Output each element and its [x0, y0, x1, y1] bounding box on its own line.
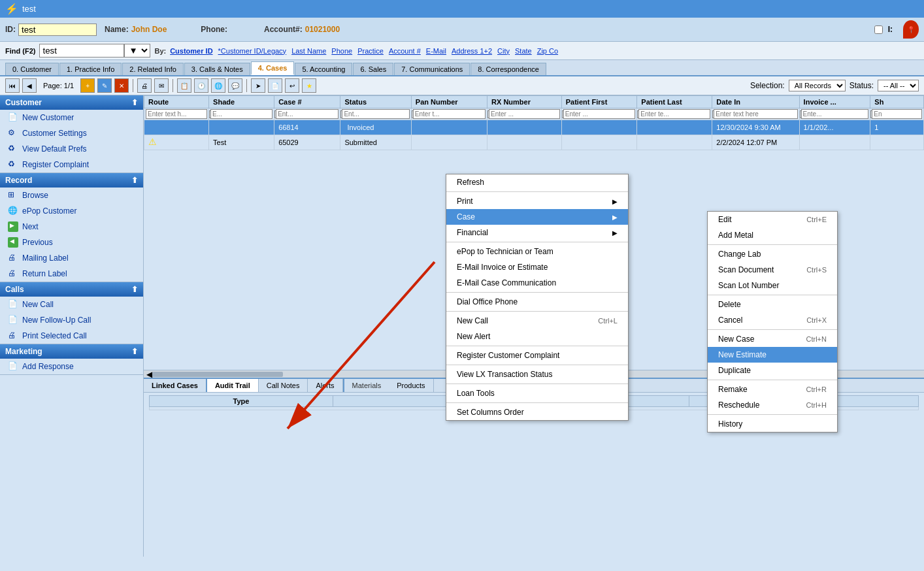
- table-row[interactable]: ⚠ Test 65029 Submitted 2/2/2024 12:07 PM: [144, 135, 924, 150]
- arrow-btn[interactable]: ➤: [251, 78, 265, 93]
- menu-item-epop[interactable]: ePop to Technician or Team: [446, 244, 628, 259]
- submenu-item-cancel[interactable]: Cancel Ctrl+X: [708, 312, 837, 328]
- bottom-tab-alerts[interactable]: Alerts: [308, 379, 342, 392]
- map-icon[interactable]: 📍: [903, 20, 919, 39]
- tab-communications[interactable]: 7. Communications: [394, 63, 470, 75]
- doc-btn[interactable]: 📄: [268, 78, 282, 93]
- submenu-item-remake[interactable]: Remake Ctrl+R: [708, 382, 837, 397]
- filter-patient-first-input[interactable]: [563, 109, 636, 119]
- globe-btn[interactable]: 🌐: [211, 78, 225, 93]
- by-zip[interactable]: Zip Co: [537, 47, 558, 55]
- toolbar-btn2[interactable]: ✎: [97, 78, 112, 93]
- filter-invoice-input[interactable]: [801, 109, 869, 119]
- sidebar-item-new-customer[interactable]: 📄 New Customer: [0, 110, 143, 125]
- bottom-tab-products[interactable]: Products: [389, 379, 433, 392]
- email-btn[interactable]: ✉: [154, 78, 169, 93]
- bottom-tab-callnotes[interactable]: Call Notes: [259, 379, 308, 392]
- toolbar-btn1[interactable]: +: [80, 78, 95, 93]
- filter-patient-last-input[interactable]: [638, 109, 710, 119]
- star-btn[interactable]: ★: [302, 78, 316, 93]
- filter-status-input[interactable]: [342, 109, 409, 119]
- filter-sh-input[interactable]: [872, 109, 922, 119]
- sidebar-item-browse[interactable]: ⊞ Browse: [0, 188, 143, 203]
- tab-related[interactable]: 2. Related Info: [122, 63, 184, 75]
- find-input[interactable]: [39, 44, 124, 57]
- find-dropdown[interactable]: ▼: [124, 44, 150, 57]
- menu-item-set-columns[interactable]: Set Columns Order: [446, 404, 628, 420]
- tab-sales[interactable]: 6. Sales: [353, 63, 393, 75]
- notes-btn[interactable]: 📋: [177, 78, 191, 93]
- menu-item-refresh[interactable]: Refresh: [446, 174, 628, 190]
- submenu-item-delete[interactable]: Delete: [708, 297, 837, 312]
- tab-accounting[interactable]: 5. Accounting: [295, 63, 352, 75]
- filter-shade-input[interactable]: [210, 109, 272, 119]
- submenu-item-new-estimate[interactable]: New Estimate: [708, 347, 837, 363]
- sidebar-item-register-complaint[interactable]: ♻ Register Complaint: [0, 157, 143, 172]
- selection-dropdown[interactable]: All Records: [789, 80, 846, 91]
- submenu-item-duplicate[interactable]: Duplicate: [708, 363, 837, 378]
- tab-customer[interactable]: 0. Customer: [5, 63, 59, 75]
- sidebar-item-next[interactable]: ▶ Next: [0, 219, 143, 235]
- submenu-item-scan-doc[interactable]: Scan Document Ctrl+S: [708, 262, 837, 278]
- sidebar-item-mailing-label[interactable]: 🖨 Mailing Label: [0, 250, 143, 266]
- menu-item-print[interactable]: Print ▶: [446, 193, 628, 209]
- sidebar-item-previous[interactable]: ◀ Previous: [0, 235, 143, 250]
- tab-calls[interactable]: 3. Calls & Notes: [184, 63, 250, 75]
- by-address[interactable]: Address 1+2: [452, 47, 492, 55]
- by-account[interactable]: Account #: [389, 47, 421, 55]
- menu-item-new-call[interactable]: New Call Ctrl+L: [446, 313, 628, 329]
- clock-btn[interactable]: 🕐: [194, 78, 208, 93]
- sidebar-item-followup-call[interactable]: 📄 New Follow-Up Call: [0, 312, 143, 328]
- menu-item-register-complaint[interactable]: Register Customer Complaint: [446, 348, 628, 363]
- tab-correspondence[interactable]: 8. Correspondence: [470, 63, 546, 75]
- sidebar-item-customer-settings[interactable]: ⚙ Customer Settings: [0, 125, 143, 141]
- by-legacy[interactable]: *Customer ID/Legacy: [218, 47, 287, 55]
- toolbar-btn3[interactable]: ✕: [114, 78, 129, 93]
- submenu-item-reschedule[interactable]: Reschedule Ctrl+H: [708, 397, 837, 413]
- by-lastname[interactable]: Last Name: [291, 47, 326, 55]
- sidebar-item-print-call[interactable]: 🖨 Print Selected Call: [0, 328, 143, 344]
- submenu-item-add-metal[interactable]: Add Metal: [708, 227, 837, 243]
- by-phone[interactable]: Phone: [331, 47, 352, 55]
- id-input[interactable]: [18, 24, 97, 36]
- submenu-item-history[interactable]: History: [708, 416, 837, 432]
- submenu-item-new-case[interactable]: New Case Ctrl+N: [708, 331, 837, 347]
- filter-pan-input[interactable]: [413, 109, 486, 119]
- back-btn[interactable]: ↩: [285, 78, 299, 93]
- menu-item-lx-status[interactable]: View LX Transaction Status: [446, 367, 628, 382]
- menu-item-financial[interactable]: Financial ▶: [446, 225, 628, 240]
- menu-item-case[interactable]: Case ▶: [446, 209, 628, 225]
- sidebar-item-epop[interactable]: 🌐 ePop Customer: [0, 203, 143, 219]
- filter-date-input[interactable]: [714, 109, 797, 119]
- sidebar-item-return-label[interactable]: 🖨 Return Label: [0, 266, 143, 282]
- filter-route-input[interactable]: [146, 109, 207, 119]
- header-checkbox[interactable]: [874, 25, 883, 34]
- by-city[interactable]: City: [497, 47, 510, 55]
- submenu-item-scan-lot[interactable]: Scan Lot Number: [708, 278, 837, 293]
- by-email[interactable]: E-Mail: [426, 47, 446, 55]
- submenu-item-edit[interactable]: Edit Ctrl+E: [708, 212, 837, 227]
- first-record-btn[interactable]: ⏮: [5, 78, 20, 93]
- menu-item-email-invoice[interactable]: E-Mail Invoice or Estimate: [446, 259, 628, 275]
- sidebar-item-view-prefs[interactable]: ♻ View Default Prefs: [0, 141, 143, 157]
- prev-record-btn[interactable]: ◀: [22, 78, 37, 93]
- filter-rx-input[interactable]: [489, 109, 560, 119]
- menu-item-new-alert[interactable]: New Alert: [446, 329, 628, 344]
- menu-item-loan-tools[interactable]: Loan Tools: [446, 385, 628, 401]
- by-customer-id[interactable]: Customer ID: [170, 47, 212, 55]
- by-practice[interactable]: Practice: [357, 47, 384, 55]
- tab-cases[interactable]: 4. Cases: [251, 61, 295, 75]
- print-btn[interactable]: 🖨: [137, 78, 152, 93]
- status-dropdown[interactable]: -- All --: [878, 80, 919, 91]
- sidebar-item-add-response[interactable]: 📄 Add Response: [0, 359, 143, 374]
- bottom-tab-audit[interactable]: Audit Trail: [207, 379, 259, 392]
- sidebar-item-new-call[interactable]: 📄 New Call: [0, 297, 143, 312]
- by-state[interactable]: State: [515, 47, 532, 55]
- submenu-item-change-lab[interactable]: Change Lab: [708, 246, 837, 262]
- tab-practice[interactable]: 1. Practice Info: [59, 63, 122, 75]
- filter-case-input[interactable]: [276, 109, 338, 119]
- scroll-thumb[interactable]: [152, 372, 283, 377]
- bubble-btn[interactable]: 💬: [228, 78, 242, 93]
- menu-item-dial[interactable]: Dial Office Phone: [446, 294, 628, 310]
- table-row[interactable]: 66814 Invoiced 12/30/2024 9:30 AM 1/1/20…: [144, 120, 924, 135]
